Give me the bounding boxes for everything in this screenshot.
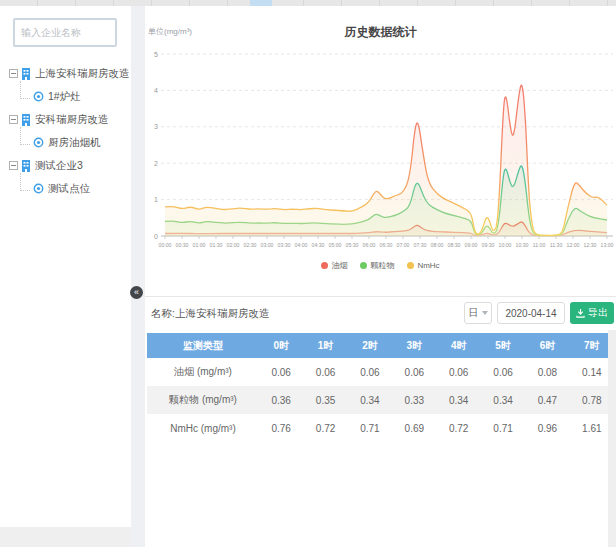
x-axis-tick-label: 06:00 [363,242,376,248]
x-axis-tick-label: 08:00 [431,242,444,248]
y-axis-tick-label: 0 [154,233,158,240]
tree-point-label: 测试点位 [48,182,90,196]
tree-point-node[interactable]: 厨房油烟机 [16,131,130,154]
value-cell: 0.34 [348,386,392,414]
sidebar-gutter [131,6,145,547]
tree-connector [20,81,30,99]
tree-connector [20,127,30,145]
building-icon [21,160,31,172]
series-area-NmHc [165,85,607,236]
building-icon [21,114,31,126]
value-cell: 0.72 [303,414,347,442]
x-axis-tick-label: 10:30 [516,242,529,248]
tree-point-node[interactable]: 测试点位 [16,177,130,200]
table-header-cell: 3时 [392,333,436,358]
legend-item[interactable]: 颗粒物 [360,260,394,271]
value-cell: 0.08 [525,358,569,386]
x-axis-tick-label: 00:00 [159,242,172,248]
search-input[interactable] [13,18,117,47]
sidebar-collapse-button[interactable]: « [130,286,143,299]
monitor-point-icon [33,137,44,148]
table-controls: 日 导出 [464,302,614,324]
value-cell: 0.06 [259,358,303,386]
x-axis-tick-label: 08:30 [448,242,461,248]
x-axis-tick-label: 12:00 [567,242,580,248]
chart-title: 历史数据统计 [145,24,616,41]
value-cell: 0.34 [437,386,481,414]
value-cell: 0.71 [481,414,525,442]
x-axis-tick-label: 03:30 [278,242,291,248]
table-header-cell: 5时 [481,333,525,358]
value-cell: 0.06 [437,358,481,386]
y-axis-tick-label: 3 [154,123,158,130]
company-tree: 上海安科瑞厨房改造1#炉灶安科瑞厨房改造厨房油烟机测试企业3测试点位 [9,62,130,200]
chevron-down-icon [482,311,488,315]
value-cell: 0.06 [392,358,436,386]
legend-item[interactable]: 油烟 [321,260,347,271]
legend-marker-icon [407,262,414,269]
selected-company-label: 名称:上海安科瑞厨房改造 [151,307,269,321]
export-button[interactable]: 导出 [570,302,614,324]
tree-collapse-icon[interactable] [9,69,18,78]
period-select[interactable]: 日 [464,302,492,324]
value-cell: 0.35 [303,386,347,414]
building-icon [21,68,31,80]
y-axis-tick-label: 2 [154,160,158,167]
y-axis-tick-label: 5 [154,51,158,58]
x-axis-tick-label: 10:00 [499,242,512,248]
tree-point-label: 厨房油烟机 [48,136,101,150]
date-input[interactable] [497,302,565,324]
tree-collapse-icon[interactable] [9,161,18,170]
x-axis-tick-label: 06:30 [380,242,393,248]
value-cell: 0.36 [259,386,303,414]
table-row: 颗粒物 (mg/m³)0.360.350.340.330.340.340.470… [147,386,614,414]
value-cell: 0.06 [348,358,392,386]
tree-company-label: 安科瑞厨房改造 [35,113,109,127]
x-axis-tick-label: 07:00 [397,242,410,248]
x-axis-tick-label: 13:00 [601,242,614,248]
monitor-point-icon [33,91,44,102]
value-cell: 0.06 [303,358,347,386]
app-window: 上海安科瑞厨房改造1#炉灶安科瑞厨房改造厨房油烟机测试企业3测试点位 « 单位(… [0,0,616,547]
tree-company-label: 上海安科瑞厨房改造 [35,67,130,81]
download-icon [576,309,585,318]
tree-point-node[interactable]: 1#炉灶 [16,85,130,108]
x-axis-tick-label: 11:00 [533,242,546,248]
value-cell: 0.33 [392,386,436,414]
table-header-cell: 2时 [348,333,392,358]
monitoring-data-table: 监测类型0时1时2时3时4时5时6时7时油烟 (mg/m³)0.060.060.… [147,333,614,442]
right-edge-strip [608,330,616,547]
x-axis-tick-label: 01:00 [193,242,206,248]
x-axis-tick-label: 07:30 [414,242,427,248]
data-table-panel: 名称:上海安科瑞厨房改造 日 导出 监测类型0时1时2时3时4时5时6时7时油烟… [145,296,616,547]
tree-point-label: 1#炉灶 [48,90,81,104]
x-axis-tick-label: 02:30 [244,242,257,248]
chart-legend: 油烟颗粒物NmHc [145,260,616,271]
tree-connector [20,173,30,191]
x-axis-tick-label: 11:30 [550,242,563,248]
row-label-cell: 油烟 (mg/m³) [147,358,259,386]
value-cell: 0.06 [481,358,525,386]
y-axis-tick-label: 4 [154,87,158,94]
monitor-point-icon [33,183,44,194]
x-axis-tick-label: 00:30 [176,242,189,248]
x-axis-tick-label: 12:30 [584,242,597,248]
value-cell: 0.76 [259,414,303,442]
y-axis-tick-label: 1 [154,196,158,203]
bottom-edge-strip [0,527,131,547]
value-cell: 0.96 [525,414,569,442]
value-cell: 0.71 [348,414,392,442]
tree-company-label: 测试企业3 [35,159,83,173]
legend-marker-icon [360,262,367,269]
x-axis-tick-label: 09:30 [482,242,495,248]
export-button-label: 导出 [588,306,608,320]
value-cell: 0.47 [525,386,569,414]
legend-label: 颗粒物 [370,260,394,271]
line-chart: 01234500:0000:3001:0001:3002:0002:3003:0… [145,40,616,256]
tree-collapse-icon[interactable] [9,115,18,124]
legend-item[interactable]: NmHc [407,260,439,271]
table-header-cell: 0时 [259,333,303,358]
company-sidebar: 上海安科瑞厨房改造1#炉灶安科瑞厨房改造厨房油烟机测试企业3测试点位 [0,6,131,527]
period-select-value: 日 [469,306,479,320]
row-label-cell: NmHc (mg/m³) [147,414,259,442]
